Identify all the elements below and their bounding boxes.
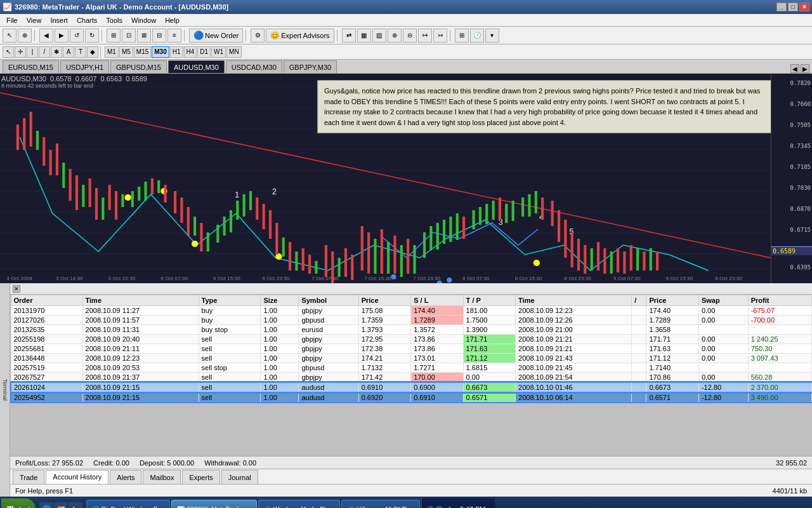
- col-sort[interactable]: /: [632, 295, 646, 306]
- toolbar-btn11[interactable]: ▦: [357, 29, 371, 43]
- tab-mailbox[interactable]: Mailbox: [143, 470, 181, 484]
- quicklaunch-ie[interactable]: 🌐: [39, 502, 53, 508]
- menu-file[interactable]: File: [3, 15, 22, 25]
- tool-diagonal[interactable]: /: [39, 46, 50, 58]
- taskbar-bigpond[interactable]: 🌐 BigPond Wireless Br...: [86, 500, 170, 508]
- toolbar-btn14[interactable]: ↣: [433, 29, 447, 43]
- toolbar-btn8[interactable]: ≡: [167, 29, 181, 43]
- toolbar-btn7[interactable]: ⊟: [152, 29, 166, 43]
- toolbar-btn2[interactable]: ↺: [70, 29, 84, 43]
- toolbar-btn9[interactable]: ⚙: [251, 29, 265, 43]
- col-close-price[interactable]: Price: [646, 295, 698, 306]
- chart-tab-eurusd[interactable]: EURUSD,M15: [3, 60, 59, 73]
- col-profit[interactable]: Profit: [748, 295, 811, 306]
- toolbar-zoom-out[interactable]: ⊖: [403, 29, 417, 43]
- col-size[interactable]: Size: [261, 295, 299, 306]
- taskbar-metatrader[interactable]: 📈 326980: MetaTrader ...: [171, 500, 256, 508]
- toolbar-btn10[interactable]: ⇄: [342, 29, 356, 43]
- table-row[interactable]: 202556812008.10.09 21:11sell1.00gbpjpy17…: [11, 344, 812, 354]
- menu-window[interactable]: Window: [128, 15, 160, 25]
- col-close-time[interactable]: Time: [516, 295, 632, 306]
- tabs-prev[interactable]: ◀: [790, 64, 799, 73]
- col-price[interactable]: Price: [358, 295, 410, 306]
- col-symbol[interactable]: Symbol: [299, 295, 358, 306]
- tool-cursor[interactable]: ↖: [3, 46, 14, 58]
- toolbar-btn3[interactable]: ↻: [85, 29, 99, 43]
- tab-journal[interactable]: Journal: [221, 470, 258, 484]
- maximize-button[interactable]: □: [788, 3, 798, 11]
- tf-d1[interactable]: D1: [197, 46, 211, 58]
- tab-account-history[interactable]: Account History: [46, 470, 108, 484]
- chart-tab-usdcad[interactable]: USDCAD,M30: [226, 60, 282, 73]
- toolbar-btn16[interactable]: 🕐: [470, 29, 484, 43]
- taskbar-windows-media[interactable]: 🎵 Windows Media Pla...: [258, 500, 340, 508]
- chart-tab-audusd[interactable]: AUDUSD,M30: [168, 60, 225, 73]
- tool-diamond[interactable]: ◆: [87, 46, 98, 58]
- toolbar-zoom-in[interactable]: ⊕: [388, 29, 402, 43]
- quicklaunch-folder[interactable]: 📁: [54, 502, 68, 508]
- toolbar-back[interactable]: ◀: [39, 29, 53, 43]
- toolbar-btn4[interactable]: ⊞: [107, 29, 121, 43]
- tool-text[interactable]: A: [63, 46, 74, 58]
- minimize-button[interactable]: _: [776, 3, 787, 11]
- table-row[interactable]: 202551982008.10.09 20:40sell1.00gbpjpy17…: [11, 335, 812, 344]
- menu-insert[interactable]: Insert: [46, 15, 72, 25]
- table-row[interactable]: 202549522008.10.09 21:15sell1.00audusd0.…: [11, 392, 812, 403]
- tf-h1[interactable]: H1: [170, 46, 183, 58]
- new-order-button[interactable]: 🔵 New Order: [189, 29, 243, 43]
- toolbar-arrow[interactable]: ↖: [3, 29, 16, 43]
- close-button[interactable]: ✕: [799, 3, 809, 11]
- tf-w1[interactable]: W1: [211, 46, 226, 58]
- table-row[interactable]: 202575192008.10.09 20:53sell stop1.00gbp…: [11, 363, 812, 373]
- table-row[interactable]: 202610242008.10.09 21:15sell1.00audusd0.…: [11, 382, 812, 392]
- tool-label[interactable]: T: [75, 46, 86, 58]
- col-swap[interactable]: Swap: [698, 295, 748, 306]
- table-row[interactable]: 201270262008.10.09 11:57buy1.00gbpusd1.7…: [11, 316, 812, 325]
- col-order[interactable]: Order: [11, 295, 82, 306]
- tf-m5[interactable]: M5: [119, 46, 133, 58]
- menu-view[interactable]: View: [23, 15, 46, 25]
- tab-trade[interactable]: Trade: [13, 470, 44, 484]
- toolbar-btn15[interactable]: ⊞: [455, 29, 469, 43]
- tabs-next[interactable]: ▶: [801, 64, 809, 73]
- tf-m15[interactable]: M15: [134, 46, 151, 58]
- quicklaunch-media[interactable]: ▶: [69, 502, 82, 508]
- taskbar-hillsong[interactable]: 🎵 Hillsong - All Of Th...: [341, 500, 420, 508]
- col-type[interactable]: Type: [199, 295, 261, 306]
- chart-tab-gbpusd[interactable]: GBPUSD,M15: [110, 60, 167, 73]
- toolbar-btn12[interactable]: ▧: [372, 29, 386, 43]
- chart-main[interactable]: AUDUSD,M30 0.6578 0.6607 0.6563 0.6589 8…: [0, 74, 771, 283]
- toolbar-forward[interactable]: ▶: [55, 29, 69, 43]
- panel-close[interactable]: ✕: [13, 285, 20, 293]
- toolbar-btn5[interactable]: ⊡: [122, 29, 136, 43]
- start-button[interactable]: ⊞ start: [1, 498, 36, 508]
- chart-tab-gbpjpy[interactable]: GBPJPY,M30: [284, 60, 337, 73]
- tf-h4[interactable]: H4: [184, 46, 197, 58]
- toolbar-btn6[interactable]: ⊠: [137, 29, 151, 43]
- toolbar-btn17[interactable]: ▾: [485, 29, 499, 43]
- col-tp[interactable]: T / P: [463, 295, 515, 306]
- col-sl[interactable]: S / L: [411, 295, 463, 306]
- toolbar-btn13[interactable]: ↦: [418, 29, 432, 43]
- expert-advisors-button[interactable]: 😊 Expert Advisors: [266, 29, 334, 43]
- table-cell: 0.6900: [411, 382, 463, 392]
- tool-crosshair[interactable]: ✛: [15, 46, 26, 58]
- trade-table-scroll[interactable]: Order Time Type Size Symbol Price S / L …: [10, 295, 812, 456]
- menu-help[interactable]: Help: [161, 15, 183, 25]
- tab-alerts[interactable]: Alerts: [110, 470, 141, 484]
- col-time[interactable]: Time: [82, 295, 199, 306]
- table-row[interactable]: 201364482008.10.09 12:23sell1.00gbpjpy17…: [11, 354, 812, 363]
- tool-line[interactable]: |: [27, 46, 38, 58]
- menu-tools[interactable]: Tools: [102, 15, 126, 25]
- tool-star[interactable]: ✱: [51, 46, 62, 58]
- chart-tab-usdjpy[interactable]: USDJPY,H1: [60, 60, 109, 73]
- table-row[interactable]: 202675272008.10.09 21:37sell1.00gbpjpy17…: [11, 373, 812, 383]
- tf-mn[interactable]: MN: [226, 46, 242, 58]
- table-row[interactable]: 201319702008.10.09 11:27buy1.00gbpjpy175…: [11, 306, 812, 316]
- tf-m30[interactable]: M30: [152, 46, 169, 58]
- tf-m1[interactable]: M1: [105, 46, 119, 58]
- menu-charts[interactable]: Charts: [73, 15, 101, 25]
- toolbar-btn1[interactable]: ⊕: [18, 29, 32, 43]
- tab-experts[interactable]: Experts: [182, 470, 219, 484]
- table-row[interactable]: 201326352008.10.09 11:31buy stop1.00euru…: [11, 325, 812, 335]
